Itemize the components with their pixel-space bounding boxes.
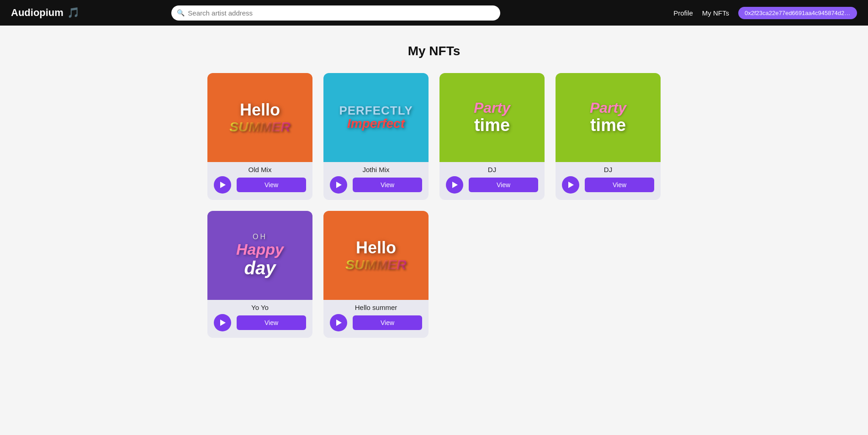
nft-image-1: Hello SUMMER [207, 73, 312, 162]
play-icon-4 [568, 182, 574, 188]
nft-image-2: PERFECTLY Imperfect [323, 73, 429, 162]
view-button-6[interactable]: View [353, 315, 422, 330]
nft-title-5: Yo Yo [207, 300, 312, 314]
music-icon: 🎵 [67, 7, 79, 19]
nft-image-3: Party time [439, 73, 545, 162]
page-title: My NFTs [171, 44, 697, 58]
nft-card-1: Hello SUMMER Old Mix View [207, 73, 312, 200]
nft-card-5: OH Happy day Yo Yo View [207, 211, 312, 338]
art-time-4: time [590, 116, 626, 135]
view-button-1[interactable]: View [237, 178, 306, 192]
nft-card-4: Party time DJ View [556, 73, 661, 200]
nft-title-2: Jothi Mix [323, 162, 429, 176]
nav-links: Profile My NFTs 0x2f23ca22e77ed6691aa4c9… [673, 7, 857, 19]
nft-art-text-6: Hello SUMMER [341, 234, 411, 277]
nft-card-6: Hello SUMMER Hello summer View [323, 211, 429, 338]
view-button-3[interactable]: View [469, 178, 538, 192]
play-icon-6 [336, 320, 342, 326]
view-button-5[interactable]: View [237, 315, 306, 330]
art-perfectly-2: PERFECTLY [339, 104, 413, 117]
nft-art-text-1: Hello SUMMER [225, 96, 295, 139]
art-party-4: Party [590, 100, 626, 116]
play-icon-2 [336, 182, 342, 188]
play-button-3[interactable] [446, 176, 463, 194]
art-day-5: day [236, 258, 284, 278]
art-summer-6: SUMMER [345, 257, 406, 272]
art-summer-1: SUMMER [229, 119, 290, 134]
nft-actions-4: View [556, 176, 661, 194]
nft-card-3: Party time DJ View [439, 73, 545, 200]
main-content: My NFTs Hello SUMMER Old Mix View [160, 26, 708, 356]
nft-art-text-3: Party time [469, 95, 515, 140]
play-icon-5 [220, 320, 226, 326]
nft-title-3: DJ [439, 162, 545, 176]
play-button-4[interactable] [562, 176, 579, 194]
mynfts-link[interactable]: My NFTs [702, 9, 729, 17]
nft-image-5: OH Happy day [207, 211, 312, 300]
art-time-3: time [474, 116, 510, 135]
search-input[interactable] [171, 5, 500, 21]
nft-art-text-4: Party time [585, 95, 631, 140]
play-button-5[interactable] [214, 314, 231, 331]
play-button-1[interactable] [214, 176, 231, 194]
nft-art-text-5: OH Happy day [232, 228, 288, 283]
wallet-address[interactable]: 0x2f23ca22e77ed6691aa4c945874d2d6eaf155a… [738, 7, 857, 19]
play-button-2[interactable] [330, 176, 347, 194]
nft-image-4: Party time [556, 73, 661, 162]
art-happy-5: Happy [236, 241, 284, 258]
nft-card-2: PERFECTLY Imperfect Jothi Mix View [323, 73, 429, 200]
nft-title-6: Hello summer [323, 300, 429, 314]
search-container: 🔍 [171, 5, 500, 21]
navbar: Audiopium 🎵 🔍 Profile My NFTs 0x2f23ca22… [0, 0, 868, 26]
profile-link[interactable]: Profile [673, 9, 693, 17]
search-icon: 🔍 [177, 9, 185, 16]
nft-actions-2: View [323, 176, 429, 194]
nft-actions-1: View [207, 176, 312, 194]
app-logo[interactable]: Audiopium 🎵 [11, 7, 79, 19]
nft-image-6: Hello SUMMER [323, 211, 429, 300]
nft-title-4: DJ [556, 162, 661, 176]
nft-actions-3: View [439, 176, 545, 194]
nft-actions-6: View [323, 314, 429, 331]
art-oh-5: OH [236, 233, 284, 241]
logo-text: Audiopium [11, 7, 64, 19]
art-imperfect-2: Imperfect [339, 117, 413, 131]
art-hello-1: Hello [229, 101, 290, 119]
art-hello-6: Hello [345, 239, 406, 257]
nft-title-1: Old Mix [207, 162, 312, 176]
view-button-2[interactable]: View [353, 178, 422, 192]
nft-grid: Hello SUMMER Old Mix View PERFECTLY Impe… [171, 73, 697, 338]
search-wrapper: 🔍 [171, 5, 500, 21]
view-button-4[interactable]: View [585, 178, 654, 192]
play-button-6[interactable] [330, 314, 347, 331]
play-icon-3 [452, 182, 458, 188]
play-icon-1 [220, 182, 226, 188]
nft-art-text-2: PERFECTLY Imperfect [334, 100, 417, 136]
art-party-3: Party [474, 100, 510, 116]
nft-actions-5: View [207, 314, 312, 331]
